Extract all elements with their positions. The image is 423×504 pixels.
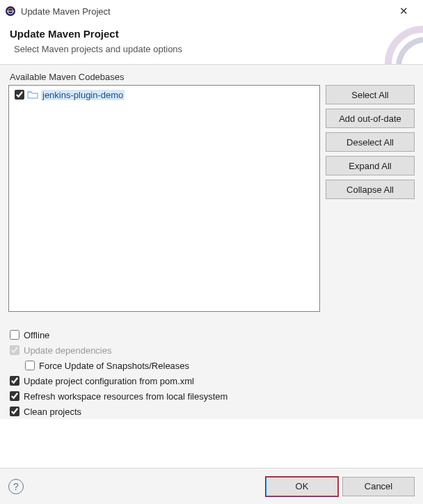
tree-side-buttons: Select All Add out-of-date Deselect All … [326, 85, 415, 312]
add-out-of-date-button[interactable]: Add out-of-date [326, 109, 415, 128]
codebases-label: Available Maven Codebases [10, 72, 415, 82]
update-config-checkbox[interactable] [10, 376, 19, 386]
force-update-label: Force Update of Snapshots/Releases [39, 361, 189, 371]
cancel-button[interactable]: Cancel [342, 477, 415, 496]
project-folder-icon [27, 89, 38, 100]
svg-rect-2 [28, 91, 31, 93]
options-group: Offline Update dependencies Force Update… [8, 327, 415, 419]
expand-all-button[interactable]: Expand All [326, 156, 415, 175]
tree-item-label: jenkins-plugin-demo [41, 90, 125, 100]
offline-option[interactable]: Offline [10, 327, 415, 342]
help-icon[interactable]: ? [8, 479, 24, 494]
tree-item[interactable]: jenkins-plugin-demo [12, 88, 317, 101]
codebases-tree[interactable]: jenkins-plugin-demo [8, 85, 320, 312]
update-config-label: Update project configuration from pom.xm… [24, 376, 194, 386]
clean-label: Clean projects [24, 407, 81, 417]
force-update-checkbox[interactable] [25, 361, 35, 370]
dialog-body: Available Maven Codebases jenkins-plugin… [0, 65, 423, 419]
dialog-title: Update Maven Project [10, 28, 412, 40]
update-deps-checkbox [10, 345, 19, 355]
clean-option[interactable]: Clean projects [10, 404, 415, 419]
eclipse-icon [4, 5, 17, 17]
header-decor [374, 24, 423, 64]
deselect-all-button[interactable]: Deselect All [326, 132, 415, 152]
update-deps-option: Update dependencies [10, 342, 415, 358]
dialog-footer: ? OK Cancel [0, 468, 423, 504]
refresh-ws-option[interactable]: Refresh workspace resources from local f… [10, 388, 415, 404]
clean-checkbox[interactable] [10, 407, 19, 416]
refresh-ws-label: Refresh workspace resources from local f… [24, 391, 228, 402]
dialog-header: Update Maven Project Select Maven projec… [0, 22, 423, 65]
titlebar: Update Maven Project ✕ [0, 0, 423, 22]
close-icon[interactable]: ✕ [390, 5, 417, 17]
update-config-option[interactable]: Update project configuration from pom.xm… [10, 373, 415, 388]
ok-button[interactable]: OK [266, 477, 338, 496]
dialog-description: Select Maven projects and update options [14, 44, 412, 54]
offline-checkbox[interactable] [10, 330, 19, 340]
offline-label: Offline [24, 330, 49, 340]
select-all-button[interactable]: Select All [326, 85, 415, 104]
refresh-ws-checkbox[interactable] [10, 391, 19, 401]
window-title: Update Maven Project [21, 6, 390, 17]
update-deps-label: Update dependencies [24, 345, 112, 356]
collapse-all-button[interactable]: Collapse All [326, 180, 415, 199]
force-update-option[interactable]: Force Update of Snapshots/Releases [25, 358, 415, 373]
tree-item-checkbox[interactable] [15, 90, 24, 100]
